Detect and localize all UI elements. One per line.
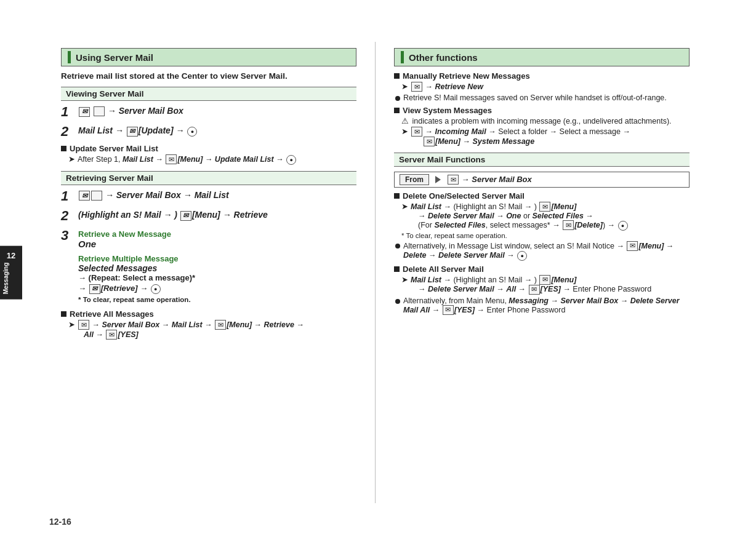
delete-all-bullet: Delete All Server Mail [394,265,690,274]
menu-icon-1: ✉ [166,154,177,164]
mail-icon-2: ✉ [127,127,138,137]
server-mail-functions-header: Server Mail Functions [394,153,690,167]
chapter-marker: 12 Messaging [0,246,22,300]
delete-one-bull-row: Alternatively, in Message List window, s… [395,241,690,261]
retrieve-step-3-content: Retrieve a New Message One Retrieve Mult… [78,228,356,304]
other-functions-header: Other functions [394,48,690,66]
bull-del-one [395,244,400,249]
view-system-arrow-text: ✉ → Incoming Mail → Select a folder → Se… [411,127,630,146]
yes-icon-all: ✉ [106,330,117,340]
sq-bullet-del-one [394,193,400,199]
viewing-header-label: Viewing Server Mail [66,89,144,98]
delete-one-arrow-text: Mail List → (Highlight an S! Mail → ) ✉[… [411,202,629,231]
arrow-1: → Server Mail Box [108,106,183,116]
retrieve-all-arrow-line: ➤ ✉ → Server Mail Box → Mail List → ✉[Me… [68,320,356,340]
mail-icon-smf: ✉ [448,175,459,185]
mail-icon-manually: ✉ [411,82,422,92]
retrieve-icon: ✉ [89,284,100,294]
view-step-2: 2 Mail List → ✉[Update] → ● [61,124,356,139]
bull-del-all [395,299,400,304]
chapter-label: Messaging [2,263,9,295]
retrieve-multi-label: Retrieve Multiple Message [78,254,356,263]
sq-bullet-2 [61,311,66,317]
sq-bullet-manually [394,73,400,79]
step-2-number: 2 [61,124,78,139]
viewing-server-mail-header: Viewing Server Mail [61,87,356,101]
circle-retrieve: ● [151,284,161,294]
mail-icon-sys: ✉ [411,127,422,137]
retrieve-all-arrow-text: ✉ → Server Mail Box → Mail List → ✉[Menu… [78,320,304,340]
delete-all-arrow-text: Mail List → (Highlight an S! Mail → ) ✉[… [411,275,651,295]
delete-all-bull-row: Alternatively, from Main Menu, Messaging… [395,296,690,315]
update-arrow-line: ➤ After Step 1, Mail List → ✉[Menu] → Up… [68,154,356,165]
smf-box-content: ✉ → Server Mail Box [447,175,532,185]
update-header-text: Update Server Mail List [70,144,356,153]
column-divider [375,42,376,503]
delete-one-header-text: Delete One/Selected Server Mail [403,191,690,201]
sq-bullet-del-all [394,266,400,272]
mail-icon-all: ✉ [78,320,89,330]
retrieve-all-header-text: Retrieve All Messages [70,309,356,319]
retrieve-note: * To clear, repeat same operation. [78,296,356,303]
update-arrow-text: After Step 1, Mail List → ✉[Menu] → Upda… [78,154,297,165]
menu-icon-del-all: ✉ [539,275,550,285]
retrieving-header-label: Retrieving Server Mail [66,173,153,183]
smf-from-box: From ✉ → Server Mail Box [394,172,690,188]
intro-text: Retrieve mail list stored at the Center … [61,71,356,81]
delete-one-note: * To clear, repeat same operation. [401,232,690,239]
bracket-r1 [91,191,102,201]
page-number: 12-16 [49,517,71,527]
right-column: Other functions Manually Retrieve New Me… [382,42,696,503]
delete-all-header-text: Delete All Server Mail [403,265,690,274]
delete-one-arrow-1: ➤ Mail List → (Highlight an S! Mail → ) … [401,202,690,231]
retrieve-multi-value: Selected Messages [78,263,356,273]
retrieving-server-mail-header: Retrieving Server Mail [61,171,356,185]
mail-icon-r1: ✉ [79,191,90,201]
manually-retrieve-header: Manually Retrieve New Messages [403,71,690,81]
chapter-number: 12 [7,251,15,260]
bracket-icon-1 [94,106,105,116]
menu-icon-sys: ✉ [424,137,435,146]
content-area: Using Server Mail Retrieve mail list sto… [55,42,701,503]
view-system-bullet: View System Messages [394,106,690,115]
circle-icon-1: ● [187,127,197,137]
retrieve-step-2-content: (Highlight an S! Mail → ) ✉[Menu] → Retr… [78,209,356,221]
retrieve-step-2-number: 2 [61,209,78,223]
manually-arrow-text: ✉ → Retrieve New [411,82,483,92]
header-bar-right [401,51,404,63]
delete-all-bullet-text: Alternatively, from Main Menu, Messaging… [403,296,690,315]
manually-retrieve-bullet: Manually Retrieve New Messages [394,71,690,81]
circle-alt1: ● [517,251,527,261]
step-1-number: 1 [61,105,78,119]
menu-icon-alt1: ✉ [627,241,638,251]
from-button: From [400,174,429,185]
menu-icon-all: ✉ [215,320,226,330]
retrieve-step-2: 2 (Highlight an S! Mail → ) ✉[Menu] → Re… [61,209,356,223]
yes-icon-alt2: ✉ [443,305,454,315]
view-step-1: 1 ✉ → Server Mail Box [61,105,356,119]
sq-bullet-view-sys [394,108,400,113]
retrieve-new-value: One [78,239,356,249]
sq-bullet-1 [61,146,66,151]
circle-del1: ● [618,221,628,231]
manually-arrow-line: ➤ ✉ → Retrieve New [401,82,690,92]
delete-all-arrow-line: ➤ Mail List → (Highlight an S! Mail → ) … [401,275,690,295]
retrieve-step-1: 1 ✉ → Server Mail Box → Mail List [61,189,356,204]
using-server-mail-header: Using Server Mail [61,48,356,66]
smf-header-label: Server Mail Functions [399,155,485,164]
view-system-header-text: View System Messages [403,106,690,115]
retrieve-step-3-number: 3 [61,228,78,243]
delete-icon-del1: ✉ [563,220,574,230]
warning-icon: ⚠ [401,116,409,125]
step-1-content: ✉ → Server Mail Box [78,105,356,117]
update-bullet: Update Server Mail List [61,144,356,153]
circle-icon-2: ● [286,155,296,165]
menu-icon-del1: ✉ [539,202,550,212]
left-column: Using Server Mail Retrieve mail list sto… [55,42,369,503]
manually-bullet-row: Retrieve S! Mail messages saved on Serve… [395,93,690,102]
view-system-note: ⚠ indicates a problem with incoming mess… [401,116,690,125]
bull-manually [395,96,400,101]
retrieve-multi-action: → ✉[Retrieve] → ● [78,284,356,294]
using-server-mail-title: Using Server Mail [76,52,153,63]
header-bar [68,51,71,63]
